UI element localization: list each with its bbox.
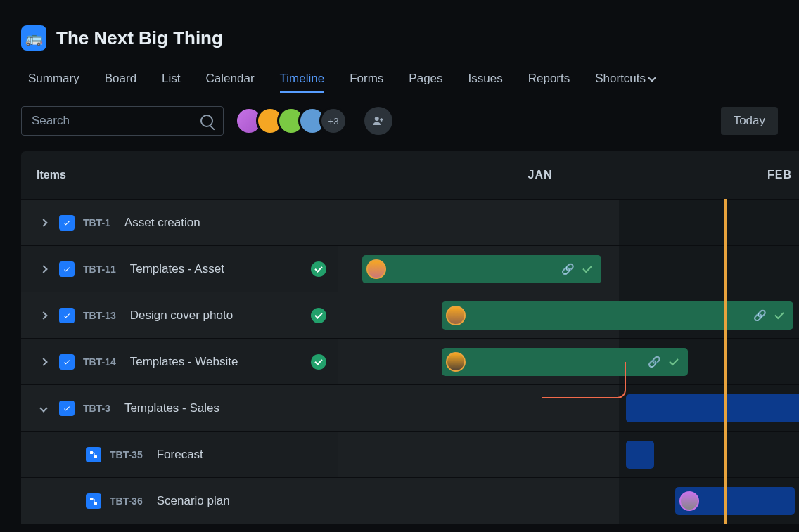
item-cell[interactable]: TBT-1 Asset creation [21,200,338,245]
chevron-right-icon [39,265,47,273]
check-icon [669,356,678,365]
search-input[interactable] [32,114,200,128]
epic-icon [59,354,75,370]
timeline-grid: Items JAN FEB TBT-1 Asset creation TBT-1… [21,151,799,524]
item-key: TBT-3 [83,403,110,414]
svg-rect-4 [94,502,97,505]
gantt-cell[interactable] [338,478,799,524]
avatar-overflow[interactable]: +3 [319,107,347,135]
item-cell[interactable]: TBT-11 Templates - Asset [21,246,338,292]
month-header-jan: JAN [338,169,743,181]
item-title: Scenario plan [157,494,230,508]
gantt-bar[interactable] [675,487,795,515]
svg-point-0 [375,117,379,121]
search-box[interactable] [21,106,224,136]
item-cell[interactable]: TBT-35 Forecast [21,432,338,477]
item-cell[interactable]: TBT-3 Templates - Sales [21,385,338,431]
tab-issues[interactable]: Issues [468,65,503,93]
tab-pages[interactable]: Pages [409,65,442,93]
timeline-row: TBT-13 Design cover photo 🔗 [21,292,799,338]
tab-bar: Summary Board List Calendar Timeline For… [0,62,799,93]
status-done-icon [311,354,326,370]
item-key: TBT-35 [110,449,143,460]
tab-forms[interactable]: Forms [350,65,383,93]
expand-toggle[interactable] [37,220,51,226]
item-title: Design cover photo [130,309,233,323]
tab-shortcuts-label: Shortcuts [595,72,646,86]
epic-icon [59,215,75,231]
avatar-stack: +3 [235,107,347,135]
item-key: TBT-11 [83,264,116,275]
today-button[interactable]: Today [721,107,778,135]
chevron-down-icon [648,74,656,82]
chevron-down-icon [39,404,47,412]
epic-icon [59,401,75,416]
assignee-avatar[interactable] [446,352,466,372]
task-icon [86,493,101,509]
toolbar: +3 Today [0,93,799,148]
tab-list[interactable]: List [162,65,180,93]
epic-icon [59,261,75,277]
svg-rect-2 [94,455,97,458]
status-done-icon [311,261,326,277]
tab-summary[interactable]: Summary [28,65,79,93]
dependency-line [542,362,626,398]
gantt-bar[interactable]: 🔗 [442,301,793,330]
gantt-bar[interactable]: 🔗 [362,255,601,283]
expand-toggle[interactable] [37,359,51,365]
assignee-avatar[interactable] [446,306,466,325]
epic-icon [59,308,75,323]
today-marker [724,199,727,524]
link-icon[interactable]: 🔗 [648,356,661,368]
item-title: Templates - Website [130,355,238,369]
project-icon: 🚌 [21,25,46,51]
task-icon [86,447,101,462]
check-icon [774,310,784,319]
item-cell[interactable]: TBT-13 Design cover photo [21,292,338,338]
link-icon[interactable]: 🔗 [561,263,575,275]
month-header-feb: FEB [743,169,799,181]
gantt-cell[interactable] [338,432,799,477]
item-key: TBT-14 [83,356,116,368]
item-title: Forecast [157,448,203,462]
timeline-header: Items JAN FEB [21,151,799,199]
item-cell[interactable]: TBT-36 Scenario plan [21,478,338,524]
timeline-row: TBT-1 Asset creation [21,199,799,245]
expand-toggle[interactable] [37,406,51,411]
check-icon [582,264,592,273]
gantt-cell[interactable] [338,200,799,245]
tab-shortcuts[interactable]: Shortcuts [595,65,655,93]
item-key: TBT-13 [83,310,116,321]
item-key: TBT-36 [110,495,143,507]
timeline-row: TBT-35 Forecast [21,431,799,477]
chevron-right-icon [39,219,47,226]
timeline-row: TBT-14 Templates - Website 🔗 [21,338,799,384]
gantt-cell[interactable]: 🔗 [338,292,799,338]
timeline-row: TBT-11 Templates - Asset 🔗 [21,245,799,292]
expand-toggle[interactable] [37,266,51,272]
chevron-right-icon [39,358,47,365]
link-icon[interactable]: 🔗 [753,309,767,322]
tab-timeline[interactable]: Timeline [280,65,325,93]
timeline-row: TBT-3 Templates - Sales [21,384,799,431]
add-person-button[interactable] [364,107,392,135]
item-title: Asset creation [124,216,200,230]
tab-board[interactable]: Board [105,65,136,93]
gantt-bar[interactable] [626,441,654,469]
status-done-icon [311,308,326,323]
add-person-icon [372,115,385,127]
tab-calendar[interactable]: Calendar [206,65,255,93]
project-title: The Next Big Thing [56,27,223,49]
search-icon [200,115,213,127]
assignee-avatar[interactable] [366,259,386,279]
gantt-cell[interactable]: 🔗 [338,339,799,384]
item-cell[interactable]: TBT-14 Templates - Website [21,339,338,384]
item-title: Templates - Sales [124,401,219,415]
timeline-row: TBT-36 Scenario plan [21,477,799,524]
expand-toggle[interactable] [37,313,51,318]
assignee-avatar[interactable] [679,491,699,511]
gantt-bar[interactable] [626,394,799,422]
gantt-cell[interactable]: 🔗 [338,246,799,292]
tab-reports[interactable]: Reports [528,65,570,93]
items-column-header: Items [21,169,338,181]
